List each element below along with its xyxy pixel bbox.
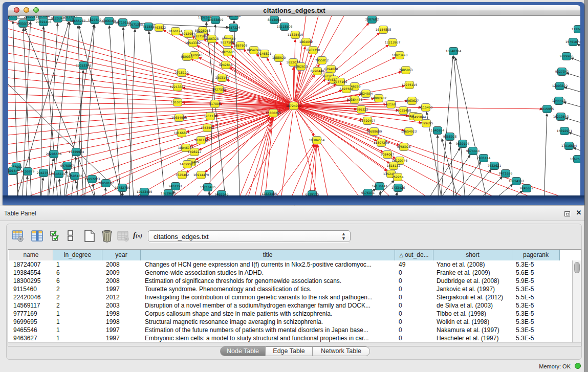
red-edge[interactable] (8, 47, 289, 105)
red-edge[interactable] (297, 23, 369, 102)
network-window-titlebar[interactable]: citations_edges.txt (8, 5, 580, 16)
table-row[interactable]: 969969511998Structural magnetic resonanc… (8, 318, 571, 326)
cell-out_de: 49 (399, 260, 432, 269)
cell-out_de: 0 (399, 326, 432, 334)
table-row[interactable]: 1456911722003Disruption of a novel membe… (8, 301, 571, 310)
horizontal-scrollbar[interactable] (8, 342, 581, 346)
black-edge[interactable] (571, 58, 580, 64)
black-edge[interactable] (438, 136, 439, 196)
table-selector-combobox[interactable]: citations_edges.txt ▲▼ (148, 230, 351, 242)
black-edge[interactable] (59, 179, 62, 196)
node-label: 16782759 (115, 186, 130, 189)
black-edge[interactable] (564, 87, 580, 94)
table-row[interactable]: 946554611997Estimation of the future num… (8, 326, 571, 334)
table-settings-icon[interactable] (12, 229, 24, 245)
node-label: 10025458 (396, 108, 411, 112)
cell-in_degree: 1 (56, 326, 101, 334)
red-edge[interactable] (298, 108, 396, 159)
column-header-title[interactable]: title (141, 250, 395, 260)
table-row[interactable]: 1830029562008Estimation of significance … (8, 277, 571, 285)
black-edge[interactable] (450, 142, 455, 196)
black-edge[interactable] (439, 56, 453, 196)
red-edge[interactable] (8, 107, 289, 183)
tab-edge-table[interactable]: Edge Table (266, 346, 313, 356)
black-edge[interactable] (569, 133, 580, 139)
black-edge[interactable] (454, 56, 467, 196)
red-edge[interactable] (296, 110, 368, 195)
node-label: 16648784 (446, 49, 462, 53)
red-edge[interactable] (296, 145, 316, 195)
node-label: 8215955 (540, 107, 554, 111)
vertical-scrollbar-thumb[interactable] (574, 262, 580, 273)
node-label: 7632621 (488, 164, 502, 167)
table-row[interactable]: 977716911998Corpus callosum shape and si… (8, 310, 571, 318)
column-header-name[interactable]: name (9, 250, 53, 260)
cell-name: 9115460 (13, 285, 52, 293)
black-edge[interactable] (574, 148, 580, 154)
column-header-pagerank[interactable]: pagerank (512, 250, 560, 260)
cell-in_degree: 2 (56, 293, 101, 301)
red-edge[interactable] (266, 144, 314, 195)
table-row[interactable]: 1872400712008Changes of HCN gene express… (8, 260, 571, 269)
column-header-in_degree[interactable]: in_degree (53, 250, 102, 260)
zoom-window-button[interactable] (33, 7, 39, 13)
black-edge[interactable] (149, 32, 167, 196)
red-edge[interactable] (238, 110, 292, 195)
black-edge[interactable] (209, 25, 215, 196)
black-edge[interactable] (543, 114, 547, 196)
vertical-scrollbar[interactable] (572, 260, 581, 342)
delete-table-icon[interactable] (117, 229, 129, 245)
node-label: 1640954 (431, 128, 445, 132)
node-label: 19218506 (277, 25, 293, 28)
node-label: 3875685 (221, 50, 235, 54)
black-edge[interactable] (48, 159, 53, 195)
table-row[interactable]: 2242004622012Investigating the contribut… (8, 293, 571, 301)
minimize-window-button[interactable] (24, 7, 29, 13)
black-edge[interactable] (123, 28, 136, 196)
black-edge[interactable] (563, 102, 580, 110)
table-row[interactable]: 946362711997Embryonic stem cells: a mode… (8, 334, 571, 342)
black-edge[interactable] (567, 73, 580, 80)
node-label: 10807487 (371, 96, 387, 100)
table-row[interactable]: 1938455462009Genome-wide association stu… (8, 269, 571, 277)
select-columns-icon[interactable] (31, 229, 43, 245)
black-edge[interactable] (577, 45, 580, 51)
delete-rows-icon[interactable] (101, 229, 114, 245)
close-window-button[interactable] (14, 7, 19, 13)
tab-node-table[interactable]: Node Table (220, 346, 266, 356)
node-label: 19654985 (171, 116, 187, 119)
black-edge[interactable] (565, 118, 580, 125)
table-row[interactable]: 911546021997Tourette syndrome. Phenomeno… (8, 285, 571, 293)
select-rows-icon[interactable] (50, 229, 61, 245)
float-panel-icon[interactable] (564, 211, 570, 216)
new-table-icon[interactable] (83, 229, 96, 245)
red-edge[interactable] (293, 68, 294, 102)
red-edge[interactable] (284, 145, 315, 195)
network-canvas[interactable]: 9953019223005614055721663044206914069120… (8, 16, 580, 195)
combobox-spinner-icon: ▲▼ (341, 232, 346, 241)
node-label: 1498222 (188, 150, 202, 154)
close-panel-icon[interactable]: ✕ (574, 209, 583, 216)
column-header-year[interactable]: year (102, 250, 141, 260)
black-edge[interactable] (426, 155, 470, 195)
black-edge[interactable] (394, 192, 397, 195)
black-edge[interactable] (110, 26, 122, 196)
column-header-short[interactable]: short (433, 250, 512, 260)
window-title: citations_edges.txt (8, 5, 580, 16)
toggle-rows-icon[interactable] (67, 229, 74, 245)
red-edge[interactable] (298, 107, 404, 130)
red-edge[interactable] (294, 40, 295, 102)
red-edge[interactable] (8, 56, 289, 105)
red-edge[interactable] (230, 68, 290, 104)
red-edge[interactable] (318, 145, 332, 195)
column-header-out_de[interactable]: △out_de... (395, 250, 433, 260)
black-edge[interactable] (469, 184, 513, 195)
black-edge[interactable] (459, 177, 502, 195)
function-builder-icon[interactable]: f(x) (133, 231, 142, 239)
tab-network-table[interactable]: Network Table (313, 346, 370, 356)
red-edge[interactable] (8, 106, 289, 139)
black-edge[interactable] (26, 177, 27, 196)
citation-network-graph[interactable]: 9953019223005614055721663044206914069120… (8, 16, 580, 195)
node-label: 10654112 (509, 179, 525, 183)
node-label: 19384554 (309, 138, 325, 142)
